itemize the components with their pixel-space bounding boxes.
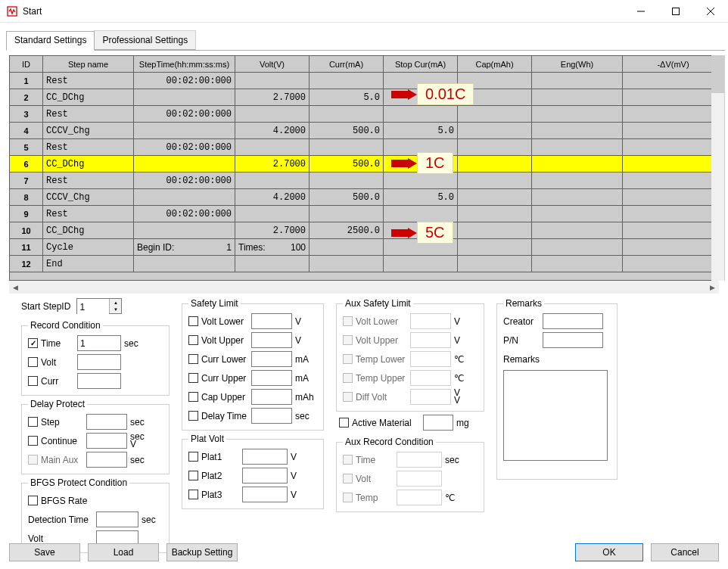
delay-step-input[interactable] (86, 414, 127, 430)
volt-lower-input[interactable] (251, 313, 292, 329)
plat2-input[interactable] (242, 468, 288, 483)
auxrec-volt-input (397, 471, 442, 487)
time-checkbox[interactable] (28, 338, 38, 348)
save-button[interactable]: Save (9, 543, 80, 561)
tab-strip: Standard Settings Professional Settings (6, 30, 725, 51)
column-header[interactable]: -ΔV(mV) (623, 56, 724, 73)
aux-safety-group: Aux Safety Limit Volt LowerV Volt UpperV… (336, 298, 484, 412)
volt-checkbox[interactable] (28, 357, 38, 367)
aux-dv-input (410, 389, 451, 405)
table-blank-area (9, 272, 724, 281)
tab-professional-settings[interactable]: Professional Settings (94, 30, 196, 50)
column-header[interactable]: Cap(mAh) (458, 56, 532, 73)
column-header[interactable]: Stop Cur(mA) (384, 56, 458, 73)
active-material-checkbox[interactable] (339, 418, 349, 428)
column-header[interactable]: Step name (43, 56, 134, 73)
steps-table[interactable]: IDStep nameStepTime(hh:mm:ss:ms)Volt(V)C… (9, 55, 724, 272)
steps-table-wrap: IDStep nameStepTime(hh:mm:ss:ms)Volt(V)C… (9, 55, 725, 281)
spin-down-icon[interactable]: ▼ (110, 306, 121, 314)
plat1-checkbox[interactable] (188, 452, 198, 462)
titlebar: Start (0, 0, 728, 23)
remarks-textarea[interactable] (503, 370, 608, 461)
minimize-button[interactable] (624, 0, 658, 22)
spin-up-icon[interactable]: ▲ (110, 299, 121, 306)
horizontal-scrollbar[interactable]: ◀ ▶ (9, 281, 719, 294)
table-row[interactable]: 10CC_DChg2.70002500.0 (10, 222, 724, 239)
vertical-scrollbar[interactable] (711, 55, 724, 281)
aux-vl-input (410, 313, 451, 329)
backup-button[interactable]: Backup Setting (166, 543, 238, 561)
auxrec-time-input (397, 452, 442, 468)
active-material-input[interactable] (423, 415, 453, 431)
aux-record-group: Aux Record Condition Timesec Volt Temp℃ (336, 437, 484, 512)
table-row[interactable]: 3Rest00:02:00:000 (10, 106, 724, 123)
aux-vu-input (410, 332, 451, 348)
ok-button[interactable]: OK (575, 543, 643, 561)
settings-form: Start StepID ▲▼ Record Condition Timesec… (0, 294, 728, 553)
curr-lower-input[interactable] (251, 351, 292, 367)
column-header[interactable]: ID (10, 56, 43, 73)
delay-cont-input[interactable] (86, 433, 127, 449)
load-button[interactable]: Load (88, 543, 159, 561)
safety-limit-group: Safety Limit Volt LowerV Volt UpperV Cur… (182, 298, 324, 431)
record-volt-input[interactable] (77, 354, 121, 370)
auxrec-time-checkbox (343, 455, 353, 465)
bfgs-rate-checkbox[interactable] (28, 496, 38, 505)
record-curr-input[interactable] (77, 373, 121, 389)
curr-upper-input[interactable] (251, 370, 292, 386)
bfgs-det-input[interactable] (96, 511, 138, 527)
plat3-checkbox[interactable] (188, 490, 198, 499)
table-row[interactable]: 5Rest00:02:00:000 (10, 139, 724, 156)
delay-time-checkbox[interactable] (188, 411, 198, 421)
curr-lower-checkbox[interactable] (188, 354, 198, 364)
table-row[interactable]: 7Rest00:02:00:000 (10, 173, 724, 189)
aux-volt-upper-checkbox (343, 335, 353, 345)
table-row[interactable]: 1Rest00:02:00:000 (10, 73, 724, 89)
table-row[interactable]: 9Rest00:02:00:000 (10, 206, 724, 222)
aux-tu-input (410, 370, 451, 386)
remarks-group: Remarks Creator P/N Remarks (496, 298, 618, 480)
curr-upper-checkbox[interactable] (188, 373, 198, 383)
plat1-input[interactable] (242, 449, 288, 465)
volt-lower-checkbox[interactable] (188, 316, 198, 326)
table-row[interactable]: 6CC_DChg2.7000500.0 (10, 156, 724, 173)
table-row[interactable]: 8CCCV_Chg4.2000500.05.0 (10, 189, 724, 206)
plat3-input[interactable] (242, 487, 288, 502)
app-icon (6, 5, 18, 17)
aux-temp-upper-checkbox (343, 373, 353, 383)
scroll-left-button[interactable]: ◀ (9, 281, 22, 294)
volt-upper-input[interactable] (251, 332, 292, 348)
maximize-button[interactable] (658, 0, 693, 22)
table-row[interactable]: 4CCCV_Chg4.2000500.05.0 (10, 123, 724, 139)
delay-protect-group: Delay Protect Stepsec ContinuesecV Main … (21, 399, 170, 474)
record-time-input[interactable] (77, 335, 121, 351)
column-header[interactable]: StepTime(hh:mm:ss:ms) (134, 56, 235, 73)
svg-rect-2 (673, 8, 680, 14)
pn-input[interactable] (543, 332, 603, 348)
auxrec-volt-checkbox (343, 474, 353, 483)
continue-checkbox[interactable] (28, 436, 38, 446)
bfgs-group: BFGS Protect Condition BFGS Rate Detecti… (21, 477, 170, 553)
aux-diff-volt-checkbox (343, 392, 353, 402)
curr-checkbox[interactable] (28, 376, 38, 386)
cap-upper-input[interactable] (251, 389, 292, 405)
aux-volt-lower-checkbox (343, 316, 353, 326)
column-header[interactable]: Volt(V) (235, 56, 310, 73)
plat2-checkbox[interactable] (188, 471, 198, 480)
table-row[interactable]: 11CycleBegin ID:1Times:100 (10, 239, 724, 256)
delay-main-input[interactable] (86, 452, 127, 468)
table-row[interactable]: 2CC_DChg2.70005.0 (10, 89, 724, 106)
table-row[interactable]: 12End (10, 256, 724, 272)
volt-upper-checkbox[interactable] (188, 335, 198, 345)
creator-input[interactable] (543, 313, 603, 329)
scroll-right-button[interactable]: ▶ (706, 281, 719, 294)
start-stepid-input[interactable]: ▲▼ (76, 298, 122, 314)
column-header[interactable]: Curr(mA) (310, 56, 384, 73)
delay-time-input[interactable] (251, 408, 292, 424)
column-header[interactable]: Eng(Wh) (532, 56, 623, 73)
cap-upper-checkbox[interactable] (188, 392, 198, 402)
close-button[interactable] (693, 0, 728, 22)
cancel-button[interactable]: Cancel (651, 543, 719, 561)
tab-standard-settings[interactable]: Standard Settings (6, 31, 95, 51)
step-checkbox[interactable] (28, 417, 38, 427)
